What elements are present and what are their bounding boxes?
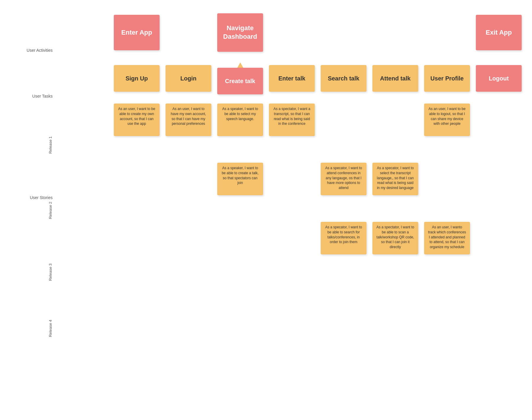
col-attend-talk: Attend talk	[369, 65, 421, 92]
sticky-create-talk[interactable]: Create talk	[217, 68, 263, 94]
col-2-r1: As an user, I want to have my own accoun…	[163, 104, 214, 136]
sticky-exit-app[interactable]: Exit App	[476, 15, 522, 50]
col-enter-talk: Enter talk	[266, 65, 318, 92]
label-release3: Release 3	[9, 240, 56, 305]
story-r1-user-profile[interactable]: As an user, I want to be able to logout,…	[424, 104, 470, 136]
release4-row	[59, 275, 525, 322]
sticky-navigate-dashboard[interactable]: Navigate Dashboard	[217, 13, 263, 52]
col-user-profile: User Profile	[421, 65, 473, 92]
story-r3-user-profile[interactable]: As an user, I wanto track which conferen…	[424, 222, 470, 254]
sticky-search-talk[interactable]: Search talk	[321, 65, 366, 92]
story-r3-attend-talk[interactable]: As a spectator, I want to be able to sca…	[372, 222, 418, 254]
col-create-talk: Create talk	[214, 62, 266, 94]
story-r3-search-talk[interactable]: As a specator, I want to be able to sear…	[321, 222, 366, 254]
col-6-r2: As a specator, I want to select the tran…	[369, 163, 421, 195]
sticky-sign-up[interactable]: Sign Up	[114, 65, 160, 92]
sticky-logout[interactable]: Logout	[476, 65, 522, 92]
story-r1-login[interactable]: As an user, I want to have my own accoun…	[166, 104, 211, 136]
col-5-r3: As a specator, I want to be able to sear…	[318, 222, 369, 254]
col-sign-up: Sign Up	[111, 65, 163, 92]
label-release4: Release 4	[9, 305, 56, 352]
story-r1-enter-talk[interactable]: As a spectator, I want a transcript, so …	[269, 104, 315, 136]
sticky-enter-app[interactable]: Enter App	[114, 15, 160, 50]
col-1-r1: As an user, I want to be able to create …	[111, 104, 163, 136]
release2-row: As a speaker, I want to be able to creat…	[59, 157, 525, 216]
sticky-user-profile[interactable]: User Profile	[424, 65, 470, 92]
col-exit-app: Exit App	[473, 15, 525, 50]
sticky-attend-talk[interactable]: Attend talk	[372, 65, 418, 92]
col-4-r1: As a spectator, I want a transcript, so …	[266, 104, 318, 136]
release1-row: As an user, I want to be able to create …	[59, 98, 525, 157]
col-3-r1: As a speaker, I want to be able to selec…	[214, 104, 266, 136]
sticky-login[interactable]: Login	[166, 65, 211, 92]
sticky-enter-talk[interactable]: Enter talk	[269, 65, 315, 92]
col-search-talk: Search talk	[318, 65, 369, 92]
story-r2-create-talk[interactable]: As a speaker, I want to be able to creat…	[217, 163, 263, 195]
label-user-activities: User Activities	[9, 24, 56, 77]
label-user-stories-release2: User Stories Release 2	[9, 175, 56, 240]
story-r1-create-talk[interactable]: As a speaker, I want to be able to selec…	[217, 104, 263, 136]
label-release1: Release 1	[9, 115, 56, 175]
release3-row: As a specator, I want to be able to sear…	[59, 216, 525, 275]
tasks-row: Sign Up Login Create talk Enter talk Sea…	[59, 59, 525, 98]
col-enter-app: Enter App	[111, 15, 163, 50]
col-7-r3: As an user, I wanto track which conferen…	[421, 222, 473, 254]
main-container: User Activities User Tasks Release 1 Use…	[0, 0, 532, 420]
col-logout: Logout	[473, 65, 525, 92]
story-r2-search-talk[interactable]: As a specator, I want to attend conferen…	[321, 163, 366, 195]
grid-area: Enter App Navigate Dashboard Exit App	[56, 6, 525, 414]
col-5-r2: As a specator, I want to attend conferen…	[318, 163, 369, 195]
story-r2-attend-talk[interactable]: As a specator, I want to select the tran…	[372, 163, 418, 195]
col-7-r1: As an user, I want to be able to logout,…	[421, 104, 473, 136]
col-navigate-dashboard: Navigate Dashboard	[214, 13, 266, 52]
story-r1-signup[interactable]: As an user, I want to be able to create …	[114, 104, 160, 136]
activities-row: Enter App Navigate Dashboard Exit App	[59, 6, 525, 59]
label-user-tasks: User Tasks	[9, 77, 56, 115]
col-6-r3: As a spectator, I want to be able to sca…	[369, 222, 421, 254]
col-3-r2: As a speaker, I want to be able to creat…	[214, 163, 266, 195]
labels-column: User Activities User Tasks Release 1 Use…	[9, 6, 56, 414]
col-login: Login	[163, 65, 214, 92]
create-talk-arrow	[237, 62, 243, 68]
